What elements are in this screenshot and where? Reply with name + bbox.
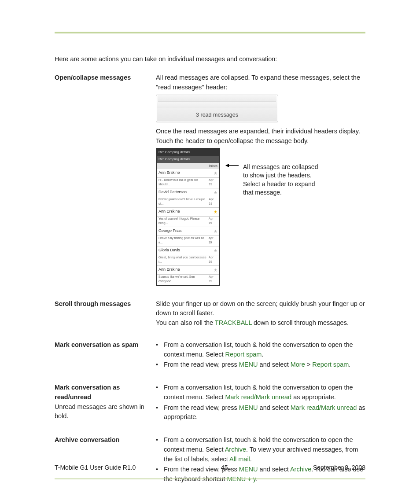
term-note: Unread messages are shown in bold.: [55, 403, 144, 420]
star-icon: ★: [214, 209, 217, 215]
bullet: From a conversation list, touch & hold t…: [156, 340, 365, 360]
report-spam-label: Report spam: [225, 351, 262, 358]
screenshot-thread: Re: Camping details Re: Camping details …: [156, 148, 220, 286]
trackball-label: TRACKBALL: [215, 319, 252, 326]
msg-row: David Patterson★ Fishing poles too? I ha…: [157, 188, 219, 208]
footer-date: September 8, 2008: [313, 463, 365, 472]
caption-line: that message.: [243, 188, 318, 197]
msg-name: David Patterson: [158, 189, 187, 195]
mark-read-unread-label: Mark read/Mark unread: [291, 404, 357, 411]
msg-name: Ann Erskine: [158, 267, 180, 273]
msg-date: Apr 19: [209, 255, 217, 265]
msg-preview: I have a fly fishing pole as well as a..…: [158, 236, 209, 245]
intro-text: Here are some actions you can take on in…: [55, 55, 365, 64]
caption-text: All messages are collapsed to show just …: [243, 163, 318, 197]
star-icon: ★: [214, 267, 217, 273]
term-scroll: Scroll through messages: [55, 299, 156, 328]
msg-date: Apr 19: [209, 236, 217, 245]
read-messages-label: 3 read messages: [156, 108, 278, 122]
msg-row: George Frias★ I have a fly fishing pole …: [157, 227, 219, 246]
page: Here are some actions you can take on in…: [0, 0, 420, 504]
arrow-caption: All messages are collapsed to show just …: [225, 163, 318, 197]
footer-page-number: 45: [221, 463, 228, 472]
shot2-header: Re: Camping details: [157, 149, 219, 156]
shot2-header: Re: Camping details: [157, 156, 219, 163]
footer-left: T-Mobile G1 User Guide R1.0: [55, 463, 136, 472]
footer-rule: [55, 478, 365, 479]
msg-date: Apr 19: [209, 217, 217, 226]
bullet: From the read view, press MENU and selec…: [156, 403, 365, 423]
text-fragment: and select: [258, 361, 291, 368]
msg-date: Apr 19: [209, 275, 217, 284]
text-fragment: and select: [258, 404, 291, 411]
archive-label: Archive: [225, 446, 246, 453]
star-icon: ★: [214, 189, 217, 196]
more-label: More: [291, 361, 305, 368]
term-open-collapse: Open/collapse messages: [55, 73, 156, 287]
msg-row: Gloria Davis★ Great, bring what you can …: [157, 246, 219, 266]
text-fragment: .: [262, 351, 263, 358]
text-fragment: down to scroll through messages.: [252, 319, 349, 326]
text-fragment: .: [349, 361, 350, 368]
star-icon: ★: [214, 170, 217, 177]
msg-date: Apr 19: [209, 178, 217, 187]
screenshot-thread-wrap: Re: Camping details Re: Camping details …: [156, 148, 365, 286]
msg-preview: Fishing poles too? I have a couple of...: [158, 197, 209, 206]
scroll-p2: You can also roll the TRACKBALL down to …: [156, 318, 365, 328]
msg-preview: Hi - Below is a list of gear we should..…: [158, 178, 209, 187]
def-open-collapse: All read messages are collapsed. To expa…: [156, 73, 365, 287]
stack-line: [157, 102, 277, 108]
open-p1: All read messages are collapsed. To expa…: [156, 73, 365, 92]
svg-marker-1: [225, 164, 229, 167]
msg-preview: Yes of course! I forgot. Please bring...: [158, 217, 209, 226]
msg-preview: Sounds like we're set. See everyone...: [158, 275, 209, 284]
msg-row: Ann Erskine★ Hi - Below is a list of gea…: [157, 169, 219, 188]
menu-label: MENU: [239, 361, 258, 368]
section-open-collapse: Open/collapse messages All read messages…: [55, 73, 365, 287]
text-fragment: >: [305, 361, 313, 368]
shot2-inbox-label: Inbox: [157, 163, 219, 169]
msg-name: Gloria Davis: [158, 247, 180, 254]
stack-line: [158, 95, 276, 102]
text-fragment: From the read view, press: [164, 404, 239, 411]
section-scroll: Scroll through messages Slide your finge…: [55, 299, 365, 328]
menu-label: MENU: [239, 404, 258, 411]
star-icon: ★: [214, 228, 217, 235]
msg-date: Apr 19: [209, 197, 217, 206]
star-icon: ★: [214, 247, 217, 254]
section-spam: Mark conversation as spam From a convers…: [55, 340, 365, 371]
page-footer: T-Mobile G1 User Guide R1.0 45 September…: [55, 463, 365, 472]
msg-name: Ann Erskine: [158, 170, 180, 176]
mark-read-unread-label: Mark read/Mark unread: [225, 394, 291, 401]
msg-row: Ann Erskine★ Yes of course! I forgot. Pl…: [157, 208, 219, 227]
text-fragment: as appropriate.: [291, 394, 336, 401]
text-fragment: From the read view, press: [164, 361, 239, 368]
report-spam-label: Report spam: [312, 361, 349, 368]
def-read-unread: From a conversation list, touch & hold t…: [156, 383, 365, 423]
msg-name: Ann Erskine: [158, 209, 180, 215]
term-read-unread: Mark conversation as read/unread Unread …: [55, 383, 156, 423]
top-rule: [55, 32, 365, 33]
def-scroll: Slide your finger up or down on the scre…: [156, 299, 365, 328]
term-spam: Mark conversation as spam: [55, 340, 156, 371]
msg-name: George Frias: [158, 228, 182, 234]
scroll-p1: Slide your finger up or down on the scre…: [156, 299, 365, 319]
msg-row: Ann Erskine★ Sounds like we're set. See …: [157, 266, 219, 285]
def-spam: From a conversation list, touch & hold t…: [156, 340, 365, 371]
section-read-unread: Mark conversation as read/unread Unread …: [55, 383, 365, 423]
term-text: Mark conversation as read/unread: [55, 384, 120, 401]
caption-line: All messages are collapsed: [243, 163, 318, 172]
bullet: From the read view, press MENU and selec…: [156, 360, 365, 370]
screenshot-read-messages-header: 3 read messages: [156, 95, 278, 122]
open-p2: Once the read messages are expanded, the…: [156, 127, 365, 146]
msg-preview: Great, bring what you can because I...: [158, 255, 209, 265]
caption-line: Select a header to expand: [243, 180, 318, 189]
bullet: From a conversation list, touch & hold t…: [156, 383, 365, 402]
text-fragment: You can also roll the: [156, 319, 215, 326]
arrow-icon: [225, 163, 239, 168]
caption-line: to show just the headers.: [243, 171, 318, 180]
